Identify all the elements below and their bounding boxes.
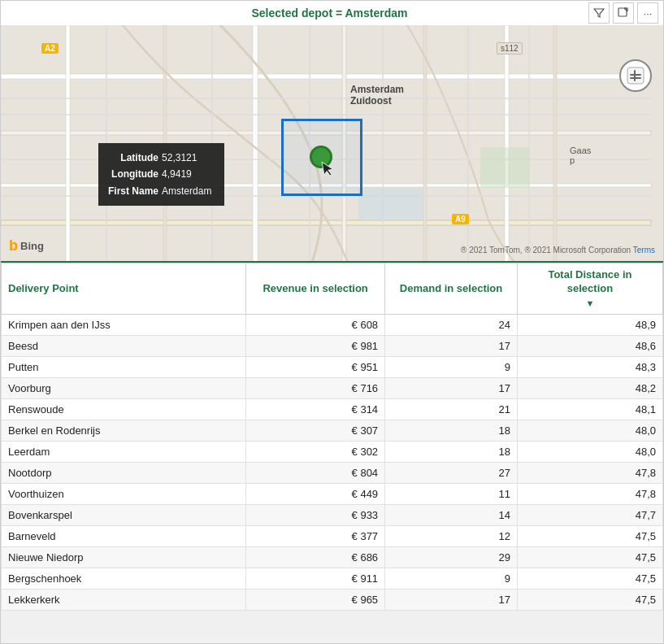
table-row[interactable]: Beesd€ 9811748,6	[2, 336, 663, 357]
cell-revenue: € 449	[246, 484, 385, 505]
col-header-delivery-point[interactable]: Delivery Point	[2, 263, 246, 315]
more-options-button[interactable]: ···	[637, 2, 658, 24]
svg-rect-27	[634, 70, 636, 81]
table-scroll[interactable]: Delivery Point Revenue in selection Dema…	[1, 263, 663, 643]
cell-distance: 48,3	[517, 357, 662, 378]
tooltip-firstname-label: First Name	[108, 183, 162, 199]
map-copyright: ® 2021 TomTom, ® 2021 Microsoft Corporat…	[461, 246, 655, 255]
cell-delivery_point: Voorburg	[2, 378, 246, 399]
tooltip-firstname-value: Amsterdam	[162, 183, 215, 199]
cell-demand: 18	[385, 420, 518, 442]
cell-demand: 21	[385, 399, 518, 420]
cell-revenue: € 686	[246, 547, 385, 568]
svg-rect-11	[553, 25, 557, 261]
cell-revenue: € 302	[246, 442, 385, 463]
cell-distance: 47,5	[517, 568, 662, 590]
cell-distance: 48,0	[517, 442, 662, 463]
cell-delivery_point: Nootdorp	[2, 463, 246, 484]
cell-demand: 27	[385, 463, 518, 484]
map-label-amsterdam: AmsterdamZuidoost	[350, 84, 404, 107]
cell-distance: 48,9	[517, 315, 662, 336]
table-row[interactable]: Voorburg€ 7161748,2	[2, 378, 663, 399]
map-title-bar: Selected depot = Amsterdam ···	[1, 1, 663, 25]
table-row[interactable]: Nootdorp€ 8042747,8	[2, 463, 663, 484]
tooltip-latitude-label: Latitude	[108, 150, 162, 166]
tooltip-longitude-value: 4,9419	[162, 166, 215, 182]
col-header-demand[interactable]: Demand in selection	[385, 263, 518, 315]
table-wrapper: Delivery Point Revenue in selection Dema…	[1, 263, 663, 643]
table-body: Krimpen aan den IJss€ 6082448,9Beesd€ 98…	[2, 315, 663, 611]
cell-demand: 29	[385, 547, 518, 568]
cell-revenue: € 804	[246, 463, 385, 484]
cell-distance: 48,0	[517, 420, 662, 442]
data-table: Delivery Point Revenue in selection Dema…	[1, 263, 663, 611]
map-section: Selected depot = Amsterdam ···	[1, 1, 663, 261]
svg-rect-5	[66, 25, 70, 261]
cell-demand: 14	[385, 505, 518, 526]
svg-rect-22	[358, 188, 423, 220]
cell-revenue: € 965	[246, 590, 385, 611]
map-background: A2 s112 AmsterdamZuidoost Gaasp A9	[1, 25, 663, 261]
cell-delivery_point: Voorthuizen	[2, 484, 246, 505]
table-row[interactable]: Bovenkarspel€ 9331447,7	[2, 505, 663, 526]
table-row[interactable]: Leerdam€ 3021848,0	[2, 442, 663, 463]
map-terms-link[interactable]: Terms	[633, 246, 655, 255]
map-navigation-button[interactable]	[619, 59, 652, 92]
filter-button[interactable]	[588, 2, 610, 24]
map-label-a9: A9	[452, 214, 469, 224]
cell-distance: 47,8	[517, 484, 662, 505]
cell-revenue: € 307	[246, 420, 385, 442]
cell-revenue: € 951	[246, 357, 385, 378]
map-toolbar: ···	[588, 2, 658, 24]
export-button[interactable]	[613, 2, 634, 24]
cell-demand: 11	[385, 484, 518, 505]
tooltip-latitude-value: 52,3121	[162, 150, 215, 166]
cell-delivery_point: Bovenkarspel	[2, 505, 246, 526]
cell-delivery_point: Beesd	[2, 336, 246, 357]
cell-demand: 9	[385, 357, 518, 378]
cell-delivery_point: Bergschenhoek	[2, 568, 246, 590]
table-row[interactable]: Berkel en Rodenrijs€ 3071848,0	[2, 420, 663, 442]
cell-delivery_point: Barneveld	[2, 526, 246, 547]
cell-distance: 47,5	[517, 526, 662, 547]
table-row[interactable]: Barneveld€ 3771247,5	[2, 526, 663, 547]
cell-distance: 48,2	[517, 378, 662, 399]
cell-delivery_point: Berkel en Rodenrijs	[2, 420, 246, 442]
tooltip-longitude-label: Longitude	[108, 166, 162, 182]
cell-delivery_point: Leerdam	[2, 442, 246, 463]
cell-delivery_point: Renswoude	[2, 399, 246, 420]
table-row[interactable]: Putten€ 951948,3	[2, 357, 663, 378]
cell-revenue: € 377	[246, 526, 385, 547]
table-header-row: Delivery Point Revenue in selection Dema…	[2, 263, 663, 315]
cell-revenue: € 911	[246, 568, 385, 590]
cell-delivery_point: Krimpen aan den IJss	[2, 315, 246, 336]
cell-demand: 17	[385, 590, 518, 611]
cell-demand: 18	[385, 442, 518, 463]
cell-distance: 47,8	[517, 463, 662, 484]
cell-delivery_point: Putten	[2, 357, 246, 378]
table-row[interactable]: Krimpen aan den IJss€ 6082448,9	[2, 315, 663, 336]
table-row[interactable]: Nieuwe Niedorp€ 6862947,5	[2, 547, 663, 568]
cell-delivery_point: Nieuwe Niedorp	[2, 547, 246, 568]
table-row[interactable]: Renswoude€ 3142148,1	[2, 399, 663, 420]
svg-rect-23	[480, 147, 529, 188]
bing-b-icon: b	[9, 237, 18, 255]
cell-distance: 47,5	[517, 590, 662, 611]
cell-revenue: € 933	[246, 505, 385, 526]
cell-demand: 17	[385, 336, 518, 357]
ellipsis-icon: ···	[644, 7, 653, 20]
table-section: Delivery Point Revenue in selection Dema…	[1, 261, 663, 643]
table-row[interactable]: Lekkerkerk€ 9651747,5	[2, 590, 663, 611]
app-container: Selected depot = Amsterdam ···	[0, 0, 664, 644]
col-header-revenue[interactable]: Revenue in selection	[246, 263, 385, 315]
map-tooltip: Latitude 52,3121 Longitude 4,9419 First …	[98, 143, 224, 206]
cell-distance: 47,7	[517, 505, 662, 526]
col-header-distance[interactable]: Total Distance in selection ▼	[517, 263, 662, 315]
cell-demand: 17	[385, 378, 518, 399]
table-row[interactable]: Voorthuizen€ 4491147,8	[2, 484, 663, 505]
map-title: Selected depot = Amsterdam	[71, 7, 588, 20]
table-row[interactable]: Bergschenhoek€ 911947,5	[2, 568, 663, 590]
svg-rect-10	[505, 25, 509, 261]
bing-logo: b Bing	[9, 237, 44, 255]
map-label-gaas: Gaasp	[570, 146, 591, 165]
